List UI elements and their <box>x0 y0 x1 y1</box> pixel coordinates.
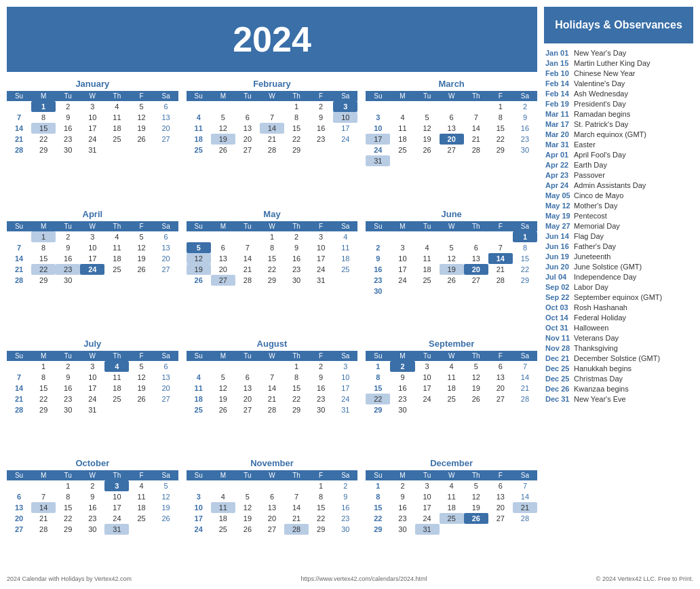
dow-header: F <box>488 91 513 101</box>
day-cell: 29 <box>366 404 390 415</box>
day-cell: 27 <box>440 145 464 155</box>
year-header: 2024 <box>7 7 537 72</box>
holiday-item: Sep 22September equinox (GMT) <box>544 292 693 302</box>
day-cell: 1 <box>260 231 284 242</box>
day-cell: 10 <box>80 112 104 123</box>
month-table: SuMTuWThFSa12345678910111213141516171819… <box>366 221 537 297</box>
day-cell: 10 <box>415 491 440 502</box>
holiday-date: Feb 14 <box>545 79 571 88</box>
day-cell: 1 <box>488 101 513 112</box>
day-cell: 1 <box>284 101 309 112</box>
day-cell: 22 <box>366 513 390 524</box>
day-cell: 4 <box>390 112 414 123</box>
dow-header: M <box>390 221 414 231</box>
day-cell: 9 <box>56 112 80 123</box>
dow-header: Th <box>464 470 488 480</box>
day-cell: 25 <box>415 275 440 286</box>
day-cell: 5 <box>211 112 235 123</box>
day-cell <box>104 145 129 155</box>
holiday-date: Feb 19 <box>545 100 571 108</box>
day-cell: 23 <box>56 394 80 404</box>
day-cell <box>440 155 464 166</box>
holiday-name: Veterans Day <box>574 334 619 342</box>
month-block: DecemberSuMTuWThFSa123456789101112131415… <box>366 458 537 569</box>
month-table: SuMTuWThFSa12345678910111213141516171819… <box>7 221 178 286</box>
day-cell: 11 <box>104 112 129 123</box>
holiday-item: Jan 15Martin Luther King Day <box>544 58 693 68</box>
day-cell: 27 <box>260 524 284 535</box>
day-cell: 16 <box>309 123 333 134</box>
day-cell: 15 <box>31 253 56 264</box>
day-cell: 8 <box>31 242 56 253</box>
month-title: August <box>187 339 358 349</box>
day-cell: 24 <box>187 524 211 535</box>
day-cell: 10 <box>80 372 104 383</box>
day-cell: 16 <box>80 502 104 513</box>
day-cell: 17 <box>187 513 211 524</box>
day-cell: 2 <box>309 361 333 372</box>
holiday-name: Juneteenth <box>574 252 610 261</box>
day-cell: 10 <box>187 502 211 513</box>
day-cell: 11 <box>187 383 211 394</box>
day-cell: 5 <box>129 361 153 372</box>
dow-header: Sa <box>333 221 357 231</box>
holiday-name: Cinco de Mayo <box>574 191 623 200</box>
month-block: SeptemberSuMTuWThFSa12345678910111213141… <box>366 339 537 450</box>
dow-header: W <box>80 221 104 231</box>
day-cell: 12 <box>415 123 440 134</box>
holiday-name: New Year's Eve <box>574 395 626 403</box>
dow-header: Sa <box>513 470 537 480</box>
day-cell: 11 <box>187 123 211 134</box>
month-table: SuMTuWThFSa12345678910111213141516171819… <box>187 470 358 535</box>
day-cell: 7 <box>7 372 31 383</box>
day-cell <box>488 155 513 166</box>
day-cell <box>488 404 513 415</box>
day-cell: 22 <box>31 134 56 145</box>
month-title: June <box>366 209 537 219</box>
day-cell: 29 <box>513 275 537 286</box>
day-cell: 23 <box>366 275 390 286</box>
day-cell: 9 <box>56 242 80 253</box>
day-cell: 4 <box>333 231 357 242</box>
day-cell: 28 <box>488 275 513 286</box>
month-table: SuMTuWThFSa12345678910111213141516171819… <box>366 351 537 415</box>
month-block: OctoberSuMTuWThFSa1234567891011121314151… <box>7 458 178 569</box>
holiday-name: December Solstice (GMT) <box>574 354 660 362</box>
day-cell <box>464 404 488 415</box>
day-cell: 27 <box>235 145 260 155</box>
holiday-date: May 27 <box>545 222 571 230</box>
holiday-name: September equinox (GMT) <box>574 293 662 301</box>
day-cell: 25 <box>440 394 464 404</box>
day-cell <box>31 480 56 491</box>
dow-header: W <box>440 470 464 480</box>
months-grid: JanuarySuMTuWThFSa1234567891011121314151… <box>7 79 537 569</box>
day-cell <box>80 275 104 286</box>
day-cell: 20 <box>440 134 464 145</box>
dow-header: Su <box>7 470 31 480</box>
holiday-name: President's Day <box>574 100 626 108</box>
day-cell: 7 <box>488 242 513 253</box>
dow-header: Th <box>104 221 129 231</box>
day-cell: 12 <box>154 491 178 502</box>
day-cell: 10 <box>309 242 333 253</box>
day-cell <box>187 480 211 491</box>
day-cell <box>235 101 260 112</box>
day-cell: 27 <box>154 264 178 275</box>
dow-header: Su <box>366 351 390 361</box>
day-cell: 4 <box>211 491 235 502</box>
day-cell <box>464 524 488 535</box>
holiday-item: Jun 14Flag Day <box>544 231 693 241</box>
holiday-date: Dec 21 <box>545 354 571 362</box>
day-cell: 6 <box>260 491 284 502</box>
day-cell: 8 <box>31 112 56 123</box>
day-cell <box>488 524 513 535</box>
holiday-date: Sep 22 <box>545 293 571 301</box>
day-cell: 6 <box>464 242 488 253</box>
day-cell: 6 <box>235 112 260 123</box>
holiday-name: Easter <box>574 140 596 149</box>
holiday-item: Mar 11Ramadan begins <box>544 109 693 119</box>
day-cell: 16 <box>366 264 390 275</box>
day-cell: 23 <box>80 513 104 524</box>
day-cell: 22 <box>366 394 390 404</box>
day-cell: 14 <box>260 383 284 394</box>
